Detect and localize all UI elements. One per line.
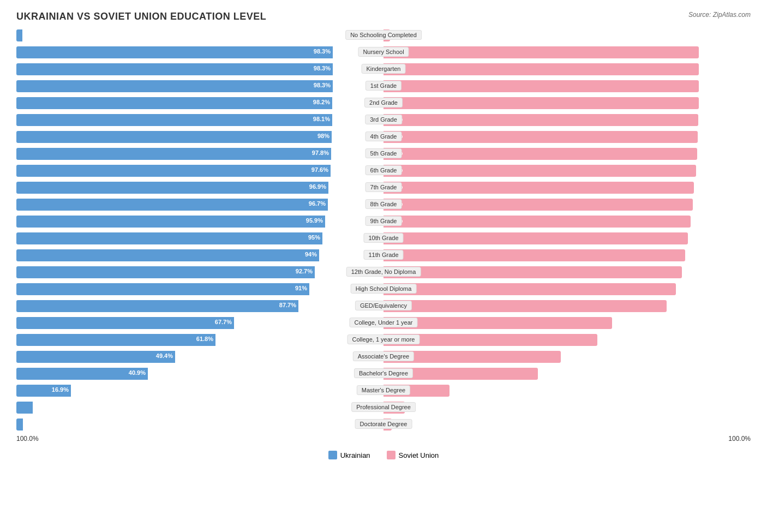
left-value: 67.7% xyxy=(215,319,232,325)
left-bar: 98.3% xyxy=(16,46,333,58)
left-value: 40.9% xyxy=(129,369,146,376)
center-label: GED/Equivalency xyxy=(355,301,412,310)
ukrainian-label: Ukrainian xyxy=(340,451,370,459)
ukrainian-color-swatch xyxy=(328,451,337,459)
bar-row: 6.6% 5.1% Professional Degree xyxy=(16,400,751,415)
right-bar: 95.4% xyxy=(384,216,691,228)
left-value: 61.8% xyxy=(196,336,213,342)
center-label: 6th Grade xyxy=(365,165,402,175)
center-label: Bachelor's Degree xyxy=(354,368,413,378)
center-label: 4th Grade xyxy=(365,131,402,141)
bar-row: 98.1% 97.8% 3rd Grade xyxy=(16,112,751,128)
center-label: 11th Grade xyxy=(363,250,403,260)
center-label: College, Under 1 year xyxy=(349,318,417,327)
soviet-label: Soviet Union xyxy=(399,451,439,459)
left-bar: 96.7% xyxy=(16,199,328,211)
left-bar: 67.7% xyxy=(16,317,234,329)
bar-row: 98.3% 98% 1st Grade xyxy=(16,79,751,94)
left-value: 95.9% xyxy=(306,217,323,224)
center-label: Nursery School xyxy=(358,47,409,57)
center-label: 8th Grade xyxy=(365,199,402,209)
center-label: 5th Grade xyxy=(365,148,402,158)
bar-row: 98.2% 97.9% 2nd Grade xyxy=(16,95,751,111)
bar-row-inner: 95% 94.6% 10th Grade xyxy=(16,231,751,246)
center-label: College, 1 year or more xyxy=(347,334,420,344)
bar-row-inner: 98% 97.6% 4th Grade xyxy=(16,129,751,145)
left-value: 98% xyxy=(317,133,329,139)
left-bar: 98% xyxy=(16,131,332,143)
bar-row: 1.8% 2% No Schooling Completed xyxy=(16,28,751,43)
right-bar: 93.7% xyxy=(384,249,685,261)
legend-ukrainian: Ukrainian xyxy=(328,451,370,459)
center-label: 1st Grade xyxy=(365,81,402,91)
bar-row-inner: 1.8% 2% No Schooling Completed xyxy=(16,28,751,43)
left-bar: 98.3% xyxy=(16,80,333,92)
bar-row-inner: 98.3% 98% Nursery School xyxy=(16,45,751,60)
bar-row-inner: 98.2% 97.9% 2nd Grade xyxy=(16,95,751,111)
left-bar: 96.9% xyxy=(16,182,328,194)
left-value: 49.4% xyxy=(156,352,173,359)
left-bar: 94% xyxy=(16,249,319,261)
center-label: Kindergarten xyxy=(362,64,406,74)
chart-container: UKRAINIAN VS SOVIET UNION EDUCATION LEVE… xyxy=(0,0,767,532)
center-label: Associate's Degree xyxy=(353,351,414,361)
center-label: 12th Grade, No Diploma xyxy=(346,267,421,277)
right-bar: 98% xyxy=(384,63,699,75)
bar-row-inner: 49.4% 55.1% Associate's Degree xyxy=(16,349,751,364)
right-bar: 97.9% xyxy=(384,97,699,109)
left-value: 98.3% xyxy=(314,82,331,88)
right-bar: 96.1% xyxy=(384,199,693,211)
bar-row-inner: 95.9% 95.4% 9th Grade xyxy=(16,214,751,229)
left-value: 97.8% xyxy=(312,150,329,156)
left-value: 87.7% xyxy=(279,302,296,308)
left-bar xyxy=(16,419,23,431)
bar-row-inner: 16.9% 20.5% Master's Degree xyxy=(16,383,751,398)
bar-row-inner: 98.3% 98% 1st Grade xyxy=(16,79,751,94)
center-label: High School Diploma xyxy=(351,284,417,294)
bar-row-inner: 2.1% 2.5% Doctorate Degree xyxy=(16,417,751,432)
bar-row: 95.9% 95.4% 9th Grade xyxy=(16,214,751,229)
bar-row-inner: 96.7% 96.1% 8th Grade xyxy=(16,197,751,212)
bar-row-inner: 98.1% 97.8% 3rd Grade xyxy=(16,112,751,128)
right-bar: 94.6% xyxy=(384,232,688,244)
left-bar: 61.8% xyxy=(16,334,215,346)
bar-row: 98% 97.6% 4th Grade xyxy=(16,129,751,145)
bar-row: 98.3% 98% Kindergarten xyxy=(16,62,751,77)
left-bar: 98.2% xyxy=(16,97,332,109)
bar-row: 67.7% 71.1% College, Under 1 year xyxy=(16,315,751,331)
bar-row: 97.8% 97.5% 5th Grade xyxy=(16,146,751,162)
center-label: No Schooling Completed xyxy=(345,30,422,40)
left-value: 91% xyxy=(295,285,307,291)
bar-row-inner: 40.9% 47.9% Bachelor's Degree xyxy=(16,366,751,381)
right-bar: 97.5% xyxy=(384,148,697,160)
center-label: Professional Degree xyxy=(351,402,416,412)
right-bar: 90.9% xyxy=(384,283,676,295)
bar-row-inner: 6.6% 5.1% Professional Degree xyxy=(16,400,751,415)
bar-row: 87.7% 88% GED/Equivalency xyxy=(16,298,751,314)
left-bar: 95% xyxy=(16,232,322,244)
left-value: 96.9% xyxy=(309,183,326,190)
left-bar: 98.3% xyxy=(16,63,333,75)
bar-row-inner: 61.8% 66.4% College, 1 year or more xyxy=(16,332,751,348)
bar-row: 49.4% 55.1% Associate's Degree xyxy=(16,349,751,364)
bar-row: 95% 94.6% 10th Grade xyxy=(16,231,751,246)
center-label: 7th Grade xyxy=(365,182,402,192)
bar-row: 2.1% 2.5% Doctorate Degree xyxy=(16,417,751,432)
left-bar: 49.4% xyxy=(16,351,175,363)
legend-soviet: Soviet Union xyxy=(387,451,439,459)
bar-row: 96.9% 96.4% 7th Grade xyxy=(16,180,751,195)
left-value: 92.7% xyxy=(296,268,313,274)
soviet-color-swatch xyxy=(387,451,396,459)
left-bar: 97.6% xyxy=(16,165,331,177)
bar-row-inner: 94% 93.7% 11th Grade xyxy=(16,248,751,263)
right-bar: 97.2% xyxy=(384,165,696,177)
left-bar: 16.9% xyxy=(16,385,71,397)
left-bar: 92.7% xyxy=(16,266,315,278)
bar-row-inner: 97.8% 97.5% 5th Grade xyxy=(16,146,751,162)
center-label: 2nd Grade xyxy=(364,98,403,107)
left-value: 16.9% xyxy=(52,386,69,393)
center-label: 3rd Grade xyxy=(365,115,402,124)
left-value: 94% xyxy=(305,251,317,258)
axis-labels: 100.0% 100.0% xyxy=(16,435,751,443)
left-value: 98.2% xyxy=(313,99,330,105)
